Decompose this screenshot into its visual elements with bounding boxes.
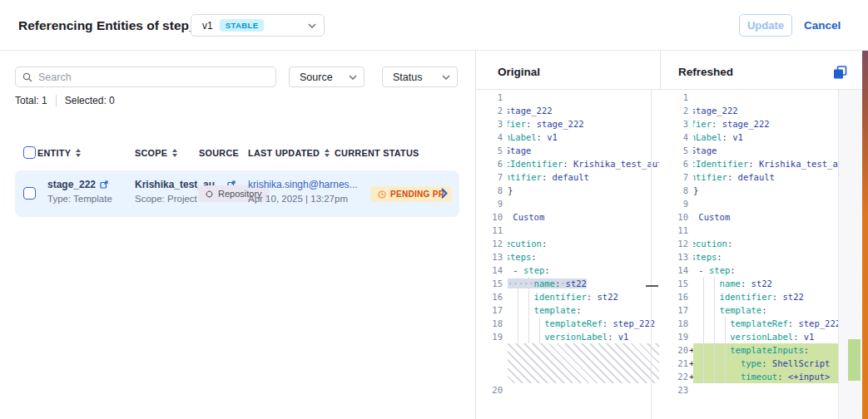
column-header-entity[interactable]: ENTITY xyxy=(37,148,81,158)
indent-guide xyxy=(725,317,726,383)
totals-bar: Total: 1 Selected: 0 xyxy=(15,95,115,106)
version-select[interactable]: v1 STABLE xyxy=(191,14,325,37)
status-filter-label: Status xyxy=(393,71,422,83)
code-line: ·····name:·st22 xyxy=(508,277,659,290)
scrollbar-track xyxy=(838,90,839,419)
version-label: v1 xyxy=(202,20,213,32)
sort-icon xyxy=(325,149,330,157)
divider xyxy=(475,89,868,90)
code-line: - step: xyxy=(693,264,838,277)
indent-guide xyxy=(528,277,529,343)
cancel-button[interactable]: Cancel xyxy=(804,14,841,37)
divider xyxy=(56,95,57,106)
sort-icon xyxy=(76,149,81,157)
last-updated-cell: krishika.singh@harnes... Apr 10, 2025 | … xyxy=(248,179,358,204)
clock-icon xyxy=(378,190,386,199)
status-badge-label: PENDING PR xyxy=(390,190,444,199)
code-line xyxy=(693,91,838,104)
source-filter-select[interactable]: Source xyxy=(289,67,365,87)
code-line: fier: stage_222 xyxy=(693,117,838,131)
search-input[interactable] xyxy=(38,71,269,83)
referencing-entities-modal: Referencing Entities of step_222 v1 STAB… xyxy=(0,0,868,419)
refreshed-editor-gutter: 1234567891011121314151617181920+21+22+23 xyxy=(667,91,688,397)
stable-badge: STABLE xyxy=(220,19,265,32)
code-line: templateRef: step_222 xyxy=(693,317,838,330)
code-line: templateInputs: xyxy=(693,343,838,357)
indent-guide xyxy=(714,277,715,383)
code-line: - step: xyxy=(508,264,659,277)
indent-guide xyxy=(518,277,518,343)
select-all-checkbox[interactable] xyxy=(23,146,36,159)
code-line xyxy=(693,383,838,397)
status-cell: PENDING PR xyxy=(370,186,452,202)
total-count: Total: 1 xyxy=(15,95,47,106)
column-header-scope[interactable]: SCOPE xyxy=(135,148,177,158)
code-line: fier: stage_222 xyxy=(508,117,659,131)
code-line xyxy=(693,197,838,210)
status-filter-select[interactable]: Status xyxy=(382,67,458,87)
modal-header: Referencing Entities of step_222 v1 STAB… xyxy=(0,0,868,51)
scrollbar-track xyxy=(651,90,652,419)
column-header-source: SOURCE xyxy=(199,148,239,158)
scrollbar-diff-marker xyxy=(646,285,658,287)
code-line: stage_222 xyxy=(693,104,838,117)
row-checkbox[interactable] xyxy=(23,187,36,200)
code-line: tIdentifier: Krishika_test_aut xyxy=(693,157,838,170)
divider xyxy=(660,51,661,89)
table-header: ENTITY SCOPE SOURCE LAST UPDATED CURRENT… xyxy=(0,146,466,161)
code-line: ecution: xyxy=(693,237,838,250)
repository-icon xyxy=(205,190,214,199)
code-line: } xyxy=(508,184,659,197)
entity-cell: stage_222 Type: Template xyxy=(47,179,112,204)
entity-link[interactable]: stage_222 xyxy=(47,179,96,190)
code-line: templateRef: step_222 xyxy=(508,317,659,330)
refreshed-editor[interactable]: stage_222fier: stage_222nLabel: v1Staget… xyxy=(693,91,838,397)
code-line: timeout: <+input> xyxy=(693,370,838,383)
code-line: } xyxy=(693,184,838,197)
code-line xyxy=(508,383,659,397)
sort-icon xyxy=(172,149,177,157)
diff-header: Original Refreshed xyxy=(476,51,868,89)
selected-count: Selected: 0 xyxy=(65,95,115,106)
original-panel-title: Original xyxy=(498,66,540,78)
updated-by-email: krishika.singh@harnes... xyxy=(248,179,358,190)
code-line: versionLabel: v1 xyxy=(693,330,838,343)
code-line: template: xyxy=(508,303,659,317)
code-line: name: st22 xyxy=(693,277,838,290)
diff-spacer-hatch xyxy=(508,343,659,383)
entity-type: Type: Template xyxy=(47,194,112,204)
code-line xyxy=(508,197,659,210)
column-header-last-updated[interactable]: LAST UPDATED xyxy=(248,148,330,158)
chevron-right-icon[interactable] xyxy=(441,188,448,199)
update-button[interactable]: Update xyxy=(739,14,792,37)
code-line: type: ShellScript xyxy=(693,357,838,370)
code-line xyxy=(693,224,838,237)
table-row[interactable]: stage_222 Type: Template Krishika_test_a… xyxy=(15,170,459,217)
code-line: steps: xyxy=(508,250,659,264)
code-line: tIdentifier: Krishika_test_aut xyxy=(508,157,659,170)
code-line: Custom xyxy=(693,210,838,224)
source-filter-label: Source xyxy=(300,71,333,83)
external-link-icon[interactable] xyxy=(100,180,108,189)
code-line: identifier: st22 xyxy=(693,290,838,303)
code-line: template: xyxy=(693,303,838,317)
search-box xyxy=(15,67,276,87)
indent-guide xyxy=(539,317,540,343)
copy-icon[interactable] xyxy=(832,64,851,81)
code-line: identifier: st22 xyxy=(508,290,659,303)
code-line: Stage xyxy=(693,144,838,157)
original-editor[interactable]: stage_222fier: stage_222nLabel: v1Staget… xyxy=(508,91,659,397)
original-editor-gutter: 1234567891011121314151617181920 xyxy=(481,91,503,397)
updated-at: Apr 10, 2025 | 13:27pm xyxy=(248,194,358,204)
underlying-page-edge xyxy=(862,51,868,419)
chevron-down-icon xyxy=(349,75,357,80)
search-icon xyxy=(22,72,32,82)
divider xyxy=(475,51,476,419)
code-line: versionLabel: v1 xyxy=(508,330,659,343)
overview-ruler-added-marker xyxy=(848,339,861,381)
code-line: steps: xyxy=(693,250,838,264)
code-line xyxy=(508,224,659,237)
code-line: ntifier: default xyxy=(693,170,838,184)
code-line: nLabel: v1 xyxy=(693,131,838,144)
refreshed-panel-title: Refreshed xyxy=(678,66,733,78)
